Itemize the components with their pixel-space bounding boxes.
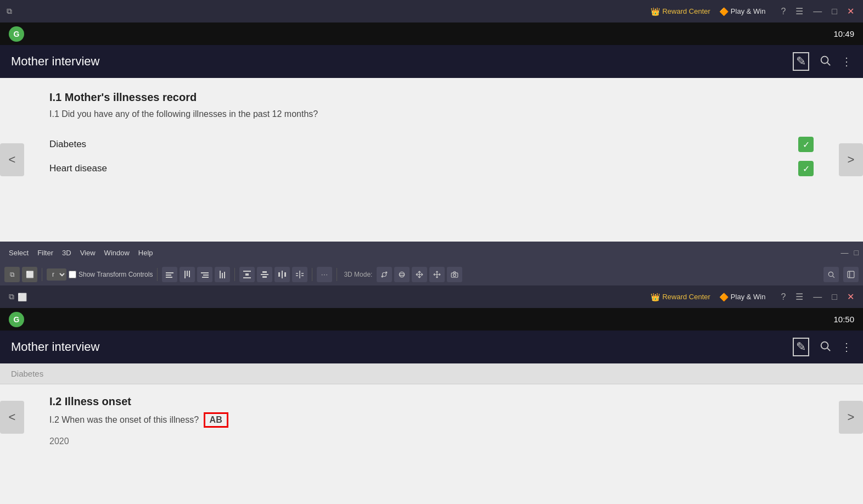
menu-button-bottom[interactable]: ☰ (793, 290, 805, 303)
section-title-top: I.1 Mother's illnesses record (49, 91, 814, 104)
svg-line-1 (827, 63, 830, 65)
distribute-v-top-icon[interactable] (239, 267, 255, 282)
editor-minimize[interactable]: — (841, 248, 849, 257)
play-win-button-bottom[interactable]: 🔶 Play & Win (719, 293, 766, 301)
close-button-bottom[interactable]: ✕ (845, 290, 856, 303)
svg-rect-21 (282, 271, 283, 278)
align-right-icon[interactable] (197, 267, 212, 282)
toolbar-row: ⧉ ⬜ r Show Transform Controls ··· 3D Mod… (0, 264, 863, 285)
search-icon-top[interactable] (819, 54, 831, 69)
menu-3d[interactable]: 3D (58, 247, 76, 259)
orbit-icon[interactable] (394, 267, 410, 282)
svg-line-38 (833, 276, 834, 278)
editor-menu-bar: Select Filter 3D View Window Help — □ (0, 242, 863, 264)
distribute-h-icon[interactable] (274, 267, 290, 282)
menu-button-top[interactable]: ☰ (793, 5, 805, 18)
align-left-icon[interactable] (162, 267, 177, 282)
checkbox-diabetes[interactable]: ✓ (798, 137, 814, 152)
maximize-button-top[interactable]: □ (830, 5, 839, 18)
menu-window[interactable]: Window (100, 247, 134, 259)
svg-rect-7 (189, 271, 190, 277)
nav-right-bottom[interactable]: > (839, 401, 863, 434)
svg-line-42 (827, 348, 830, 351)
align-bottom-icon[interactable] (215, 267, 230, 282)
transform-controls-checkbox[interactable] (69, 271, 76, 278)
tab-icon: ⧉ (7, 7, 12, 16)
svg-rect-6 (187, 271, 188, 276)
menu-help[interactable]: Help (134, 247, 158, 259)
toolbar-new-icon[interactable]: ⬜ (22, 267, 37, 282)
pan-icon[interactable] (412, 267, 427, 282)
rotate-3d-icon[interactable] (377, 267, 392, 282)
nav-left-top[interactable]: < (0, 143, 24, 176)
svg-rect-10 (202, 277, 209, 278)
editor-menu: Select Filter 3D View Window Help (4, 247, 158, 259)
svg-rect-3 (166, 275, 171, 276)
svg-point-37 (828, 272, 833, 276)
svg-point-28 (383, 273, 386, 277)
svg-rect-4 (166, 277, 172, 278)
top-app-title: Mother interview (11, 54, 99, 69)
more-options-icon[interactable]: ··· (317, 267, 332, 282)
transform-controls-text: Show Transform Controls (79, 271, 153, 278)
distribute-equal-icon[interactable] (292, 267, 307, 282)
play-win-label-top: Play & Win (731, 7, 766, 15)
bottom-section: < I.2 Illness onset I.2 When was the ons… (0, 384, 863, 457)
edit-icon-top[interactable]: ✎ (793, 52, 809, 71)
bottom-status-bar: G 10:50 (0, 308, 863, 331)
svg-rect-18 (261, 274, 268, 275)
svg-point-36 (453, 274, 456, 277)
editor-maximize[interactable]: □ (854, 248, 859, 257)
svg-rect-16 (243, 277, 251, 278)
top-app-content: < I.1 Mother's illnesses record I.1 Did … (0, 78, 863, 242)
illness-label-heart: Heart disease (49, 163, 107, 174)
top-header-icons: ✎ ⋮ (793, 52, 852, 71)
align-top-icon[interactable] (180, 267, 195, 282)
breadcrumb-bar: Diabetes (0, 363, 863, 384)
more-icon-bottom[interactable]: ⋮ (841, 340, 852, 354)
minimize-button-top[interactable]: — (811, 5, 824, 18)
checkbox-heart[interactable]: ✓ (798, 161, 814, 176)
svg-rect-15 (245, 273, 249, 276)
close-button-top[interactable]: ✕ (845, 5, 856, 18)
year-label: 2020 (49, 436, 814, 446)
camera-icon[interactable] (447, 267, 462, 282)
top-window: ⧉ 👑 Reward Center 🔶 Play & Win ? ☰ — □ ✕… (0, 0, 863, 242)
bottom-tab-icon: ⧉ (9, 292, 14, 301)
play-win-label-bottom: Play & Win (731, 293, 766, 301)
menu-select[interactable]: Select (4, 247, 33, 259)
bottom-header-icons: ✎ ⋮ (793, 338, 852, 356)
crown-icon-bottom: 👑 (651, 293, 660, 301)
toolbar-sep-1 (42, 268, 42, 281)
highlighted-ab-text: AB (204, 412, 228, 428)
edit-icon-bottom[interactable]: ✎ (793, 338, 809, 356)
window-controls-top: ? ☰ — □ ✕ (778, 5, 856, 18)
toolbar-sep-2 (157, 268, 158, 281)
svg-rect-14 (243, 271, 251, 272)
menu-view[interactable]: View (76, 247, 100, 259)
help-button-top[interactable]: ? (778, 5, 788, 18)
breadcrumb-text: Diabetes (11, 369, 43, 378)
help-button-bottom[interactable]: ? (778, 291, 788, 303)
minimize-button-bottom[interactable]: — (811, 291, 824, 303)
subtitle-text: I.2 When was the onset of this illness? (49, 415, 199, 424)
move-3d-icon[interactable] (429, 267, 445, 282)
search-icon-bottom[interactable] (819, 340, 831, 355)
mode-select[interactable]: r (47, 268, 66, 281)
reward-center-button-bottom[interactable]: 👑 Reward Center (651, 293, 710, 301)
panel-icon[interactable] (843, 267, 859, 282)
distribute-v-center-icon[interactable] (257, 267, 272, 282)
maximize-button-bottom[interactable]: □ (830, 291, 839, 303)
svg-rect-8 (201, 272, 209, 273)
top-status-bar: G 10:49 (0, 23, 863, 45)
search-right-icon[interactable] (823, 267, 839, 282)
nav-left-bottom[interactable]: < (0, 401, 24, 434)
menu-filter[interactable]: Filter (33, 247, 58, 259)
reward-center-button-top[interactable]: 👑 Reward Center (651, 7, 710, 16)
window-controls-bottom: ? ☰ — □ ✕ (778, 290, 856, 303)
svg-rect-17 (262, 271, 267, 273)
more-icon-top[interactable]: ⋮ (841, 55, 852, 68)
nav-right-top[interactable]: > (839, 143, 863, 176)
toolbar-tab-icon[interactable]: ⧉ (4, 267, 20, 282)
play-win-button-top[interactable]: 🔶 Play & Win (719, 7, 766, 16)
